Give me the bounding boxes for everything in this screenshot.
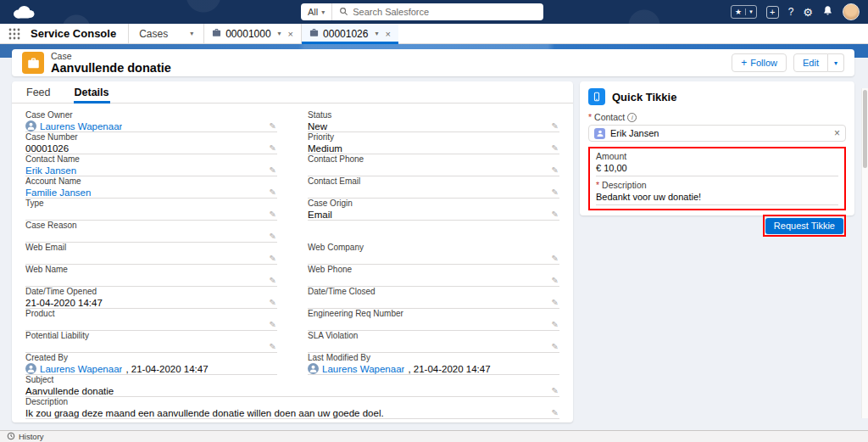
close-icon[interactable]: × [385, 29, 390, 39]
last-modified-datetime: , 21-04-2020 14:47 [408, 364, 490, 374]
account-name-link[interactable]: Familie Jansen [25, 187, 91, 198]
field-type: Type ✎ [25, 199, 277, 221]
tab-feed[interactable]: Feed [25, 82, 52, 103]
last-modified-by-link[interactable]: Laurens Wapenaar [322, 364, 404, 374]
field-label: SLA Violation [308, 331, 559, 341]
edit-pencil-icon[interactable]: ✎ [551, 299, 559, 307]
follow-button[interactable]: + Follow [732, 53, 787, 72]
record-title: Aanvullende donatie [51, 61, 171, 75]
edit-pencil-icon[interactable]: ✎ [269, 321, 277, 329]
global-actions-icon[interactable]: + [766, 6, 779, 19]
tab-details[interactable]: Details [74, 82, 110, 103]
help-icon[interactable]: ? [788, 6, 794, 18]
edit-pencil-icon[interactable]: ✎ [269, 122, 277, 131]
contact-pill-label: Erik Jansen [610, 128, 659, 138]
field-description: Description Ik zou graag deze maand een … [25, 397, 559, 419]
edit-pencil-icon[interactable]: ✎ [269, 166, 277, 175]
field-label: Priority [308, 132, 559, 143]
field-potential-liability: Potential Liability ✎ [25, 331, 277, 353]
workspace-tab-00001026[interactable]: 00001026 ▾ × [301, 24, 398, 43]
field-case-owner: Case Owner Laurens Wapenaar ✎ [25, 110, 277, 132]
created-by-link[interactable]: Laurens Wapenaar [40, 364, 122, 374]
scrollbar-thumb[interactable] [863, 90, 867, 168]
edit-pencil-icon[interactable]: ✎ [269, 232, 277, 241]
request-tikkie-button[interactable]: Request Tikkie [765, 218, 843, 234]
edit-pencil-icon[interactable]: ✎ [269, 343, 277, 351]
edit-pencil-icon[interactable]: ✎ [551, 387, 559, 395]
record-tabs: Feed Details [12, 81, 573, 104]
field-label: Created By [25, 353, 277, 363]
nav-tab-cases[interactable]: Cases ▾ [128, 24, 203, 43]
edit-pencil-icon[interactable]: ✎ [269, 188, 277, 197]
edit-pencil-icon[interactable]: ✎ [551, 188, 559, 197]
field-contact-phone: Contact Phone ✎ [308, 154, 559, 176]
field-value: Aanvullende donatie [25, 386, 114, 396]
description-field-value[interactable]: Bedankt voor uw donatie! [596, 191, 838, 205]
field-label: Contact Email [308, 176, 559, 187]
app-name[interactable]: Service Console [29, 24, 128, 43]
edit-pencil-icon[interactable]: ✎ [551, 144, 559, 153]
field-label: Case Owner [25, 110, 277, 120]
field-value: 21-04-2020 14:47 [25, 298, 103, 308]
contact-lookup-pill[interactable]: Erik Jansen × [588, 125, 846, 142]
search-scope-label: All [308, 7, 318, 17]
edit-pencil-icon[interactable]: ✎ [269, 277, 277, 285]
edit-button[interactable]: Edit [793, 53, 828, 72]
field-label: Web Company [308, 243, 559, 253]
console-workspace: Case Aanvullende donatie + Follow Edit ▾… [0, 44, 868, 430]
field-label: Web Name [25, 265, 277, 275]
field-sla-violation: SLA Violation ✎ [308, 331, 559, 353]
app-launcher-icon[interactable] [0, 24, 29, 43]
case-owner-link[interactable]: Laurens Wapenaar [40, 121, 122, 131]
favorites-control[interactable]: ★ ▾ [731, 5, 757, 19]
edit-pencil-icon[interactable]: ✎ [551, 277, 559, 285]
field-case-origin: Case Origin Email ✎ [308, 199, 559, 221]
created-by-datetime: , 21-04-2020 14:47 [125, 364, 208, 374]
field-value: New [308, 121, 327, 131]
edit-pencil-icon[interactable]: ✎ [551, 255, 559, 263]
detail-fields: Case Owner Laurens Wapenaar ✎ Case Numbe… [12, 104, 573, 422]
remove-contact-icon[interactable]: × [834, 127, 840, 139]
field-label: Contact Name [25, 154, 277, 165]
user-avatar-icon [308, 363, 319, 374]
edit-pencil-icon[interactable]: ✎ [551, 409, 559, 417]
edit-pencil-icon[interactable]: ✎ [551, 166, 559, 175]
edit-pencil-icon[interactable]: ✎ [551, 122, 559, 131]
search-input[interactable] [353, 7, 537, 17]
field-last-modified-by: Last Modified By Laurens Wapenaar , 21-0… [308, 353, 559, 375]
utility-bar-history[interactable]: History [0, 430, 868, 442]
close-icon[interactable]: × [288, 29, 293, 39]
field-account-name: Account Name Familie Jansen ✎ [25, 176, 277, 199]
follow-button-label: Follow [750, 58, 777, 68]
amount-field-value[interactable]: € 10,00 [596, 162, 838, 176]
bell-icon[interactable] [822, 5, 833, 19]
field-label: Type [25, 199, 277, 209]
description-label-text: Description [602, 180, 647, 190]
vertical-scrollbar[interactable] [861, 88, 868, 418]
search-scope-selector[interactable]: All ▾ [301, 3, 332, 20]
user-avatar[interactable] [843, 3, 860, 20]
workspace-tab-00001000[interactable]: 00001000 ▾ × [203, 24, 301, 43]
quick-tikkie-panel: Quick Tikkie * Contact i Erik Jansen × A… [580, 81, 854, 215]
edit-pencil-icon[interactable]: ✎ [269, 210, 277, 219]
utility-history-label: History [19, 432, 44, 441]
contact-field-label: * Contact i [588, 112, 846, 122]
field-web-email: Web Email ✎ [25, 243, 277, 265]
more-actions-button[interactable]: ▾ [828, 53, 844, 72]
contact-name-link[interactable]: Erik Jansen [25, 165, 76, 176]
edit-pencil-icon[interactable]: ✎ [551, 343, 559, 351]
field-label: Case Number [25, 132, 277, 143]
record-header: Case Aanvullende donatie + Follow Edit ▾ [12, 49, 854, 76]
edit-pencil-icon[interactable]: ✎ [269, 299, 277, 307]
edit-pencil-icon[interactable]: ✎ [551, 321, 559, 329]
quick-tikkie-app-icon [588, 88, 605, 105]
edit-pencil-icon[interactable]: ✎ [269, 144, 277, 153]
global-search: All ▾ [301, 3, 543, 20]
edit-pencil-icon[interactable]: ✎ [551, 210, 559, 219]
gear-icon[interactable]: ⚙ [803, 6, 813, 19]
chevron-down-icon: ▾ [745, 8, 753, 15]
field-label: Web Phone [308, 265, 559, 275]
chevron-down-icon: ▾ [834, 59, 837, 67]
edit-pencil-icon[interactable]: ✎ [269, 255, 277, 263]
field-label: Case Origin [308, 199, 559, 209]
